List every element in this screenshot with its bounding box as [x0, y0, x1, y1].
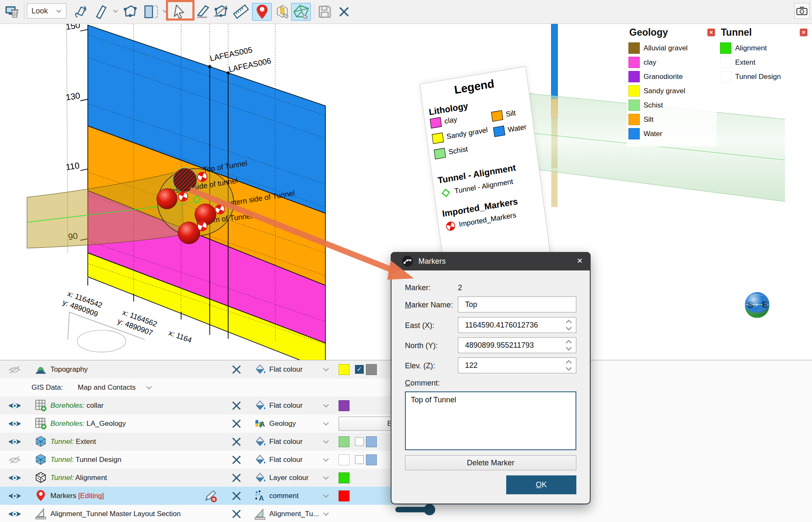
- remove-shape-icon[interactable]: [231, 364, 242, 375]
- comment-textarea[interactable]: [405, 391, 576, 450]
- cancel-editing-icon[interactable]: [203, 489, 218, 503]
- colour-swatch[interactable]: [339, 400, 350, 411]
- visibility-icon[interactable]: [8, 491, 22, 501]
- shape-label: Boreholes: collar: [50, 401, 104, 410]
- marker-sphere[interactable]: [157, 189, 177, 209]
- remove-shape-icon[interactable]: [231, 436, 242, 448]
- style-select[interactable]: comment: [269, 492, 299, 500]
- colour-swatch[interactable]: [339, 436, 350, 447]
- legend-swatch: [720, 57, 731, 68]
- chevron-down-icon[interactable]: [323, 512, 329, 516]
- north-label: North (Y):: [405, 341, 438, 350]
- clear-scene-button[interactable]: [3, 3, 21, 21]
- shape-row-layout-section[interactable]: Alignment_Tunnel Master Layout Section A…: [0, 505, 588, 522]
- ok-button[interactable]: OK: [506, 475, 576, 494]
- visibility-hidden-icon[interactable]: [8, 455, 22, 465]
- chevron-down-icon[interactable]: [323, 404, 329, 408]
- remove-shape-icon[interactable]: [231, 400, 242, 412]
- remove-shape-icon[interactable]: [231, 490, 242, 502]
- save-icon: [317, 4, 333, 20]
- tunnel-legend-title: Tunnel: [721, 27, 807, 38]
- dialog-close-icon[interactable]: ✕: [575, 256, 585, 266]
- chevron-down-icon[interactable]: [146, 386, 152, 390]
- move-slicer-dropdown-chevron[interactable]: [113, 9, 118, 13]
- paint-bucket-icon: [254, 472, 266, 484]
- style-select[interactable]: Flat colour: [269, 365, 302, 374]
- look-mode-select[interactable]: Look: [27, 3, 66, 18]
- style-select[interactable]: Flat colour: [269, 456, 302, 464]
- remove-shape-icon[interactable]: [231, 418, 242, 430]
- visibility-icon[interactable]: [8, 401, 22, 411]
- geology-legend-close-icon[interactable]: ✕: [707, 29, 715, 36]
- colour-swatch[interactable]: [339, 491, 350, 501]
- colour-swatch[interactable]: [339, 472, 350, 483]
- east-input[interactable]: [458, 317, 576, 333]
- elev-input[interactable]: [458, 357, 576, 373]
- chevron-down-icon[interactable]: [323, 440, 329, 444]
- marker-pin-icon: [34, 489, 47, 502]
- selected-marker-sphere[interactable]: [173, 168, 197, 192]
- slicer-box-dropdown-chevron[interactable]: [162, 9, 168, 13]
- remove-shape-icon[interactable]: [231, 454, 242, 466]
- chevron-down-icon[interactable]: [323, 476, 329, 480]
- edit-slice-mesh-button[interactable]: [273, 3, 291, 21]
- chevron-down-icon[interactable]: [323, 458, 329, 462]
- select-tool-button[interactable]: [171, 3, 188, 21]
- marker-name-label: Marker Name:: [405, 301, 453, 310]
- spinner-arrows-icon[interactable]: [565, 359, 573, 372]
- marker-name-input[interactable]: [458, 296, 576, 312]
- marker-sphere[interactable]: [178, 222, 200, 244]
- chevron-down-icon[interactable]: [323, 367, 329, 372]
- style-select[interactable]: Layer colour: [269, 474, 309, 482]
- draw-plane-icon: [194, 3, 211, 20]
- style-select[interactable]: Geology: [269, 420, 296, 428]
- visibility-icon[interactable]: [8, 419, 22, 429]
- save-scene-button[interactable]: [316, 3, 334, 21]
- option-checkbox[interactable]: [355, 365, 364, 374]
- borehole-label: LAFEAS006: [228, 56, 272, 74]
- slider-knob[interactable]: [424, 504, 435, 515]
- move-slicer-button[interactable]: [92, 3, 110, 21]
- style-select[interactable]: Alignment_Tu...: [269, 510, 319, 518]
- edit-mesh-button[interactable]: [291, 3, 311, 21]
- colour-swatch[interactable]: [339, 364, 350, 375]
- colour-swatch[interactable]: [366, 454, 377, 465]
- marker-sphere[interactable]: [195, 204, 216, 225]
- option-checkbox[interactable]: [355, 437, 364, 446]
- place-marker-button[interactable]: [252, 3, 272, 21]
- style-select[interactable]: Flat colour: [269, 438, 302, 446]
- draw-plane-button[interactable]: [194, 3, 212, 21]
- edit-polyline-slash-button[interactable]: [212, 3, 230, 21]
- chevron-down-icon[interactable]: [323, 494, 329, 498]
- visibility-icon[interactable]: [8, 437, 22, 447]
- ruler-tool-button[interactable]: [232, 3, 250, 21]
- patterned-cube-icon: [34, 471, 47, 484]
- rotate-slicer-button[interactable]: [72, 3, 89, 21]
- orientation-globe[interactable]: S E +: [745, 292, 770, 318]
- visibility-icon[interactable]: [8, 473, 22, 483]
- spinner-arrows-icon[interactable]: [565, 319, 573, 331]
- slicer-box-button[interactable]: [143, 3, 160, 21]
- colour-swatch[interactable]: [366, 436, 377, 447]
- colour-swatch[interactable]: [366, 364, 377, 375]
- visibility-icon[interactable]: [8, 509, 22, 519]
- remove-shape-icon[interactable]: [231, 508, 242, 520]
- mesh-cube-icon: [34, 435, 47, 448]
- delete-marker-button[interactable]: Delete Marker: [405, 455, 576, 470]
- gis-data-select[interactable]: Map and Contacts: [78, 383, 136, 392]
- remove-shape-icon[interactable]: [231, 472, 242, 484]
- chevron-down-icon[interactable]: [323, 422, 329, 426]
- north-input[interactable]: [458, 337, 576, 353]
- colour-swatch[interactable]: [339, 454, 350, 465]
- visibility-hidden-icon[interactable]: [8, 365, 22, 375]
- style-select[interactable]: Flat colour: [269, 401, 302, 410]
- screenshot-button[interactable]: [794, 3, 809, 19]
- marker-label: Marker:: [405, 283, 431, 292]
- spinner-arrows-icon[interactable]: [565, 339, 573, 351]
- dialog-title-bar[interactable]: Markers ✕: [391, 252, 591, 270]
- point-size-slider[interactable]: [395, 506, 436, 513]
- tunnel-legend-close-icon[interactable]: ✕: [800, 29, 807, 36]
- option-checkbox[interactable]: [355, 455, 364, 464]
- edit-polyline-button[interactable]: [121, 3, 139, 21]
- close-scene-button[interactable]: [335, 3, 353, 21]
